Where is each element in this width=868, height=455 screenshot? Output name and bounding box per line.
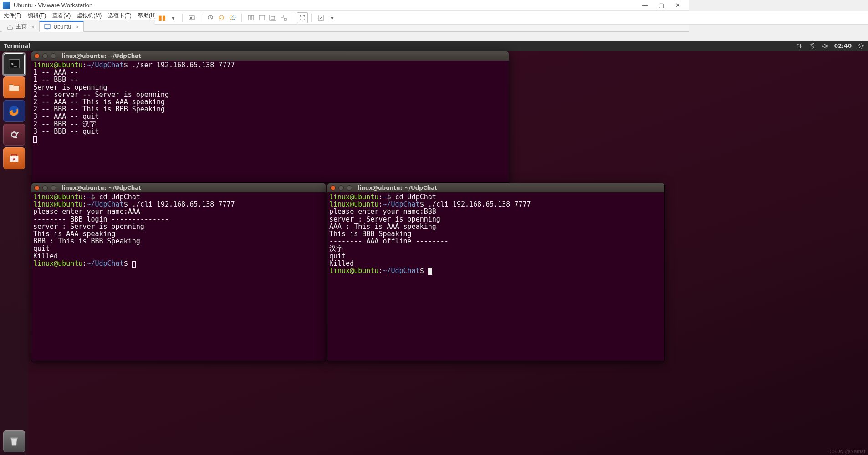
maximize-button[interactable]: ▢ bbox=[653, 0, 669, 11]
unity-launcher: A >_ bbox=[0, 51, 28, 364]
svg-text:A: A bbox=[13, 157, 16, 162]
terminal-server[interactable]: linux@ubuntu: ~/UdpChat linux@ubuntu:~/U… bbox=[31, 51, 509, 183]
terminal-icon[interactable]: >_ bbox=[3, 53, 25, 75]
revert-snapshot-button[interactable] bbox=[216, 12, 227, 23]
terminal-titlebar[interactable]: linux@ubuntu: ~/UdpChat bbox=[327, 183, 664, 192]
snapshot-button[interactable] bbox=[205, 12, 216, 23]
svg-rect-8 bbox=[259, 15, 265, 20]
window-close-icon[interactable] bbox=[330, 185, 336, 191]
close-button[interactable]: ✕ bbox=[669, 0, 686, 11]
svg-rect-15 bbox=[47, 29, 49, 29]
cursor bbox=[428, 268, 432, 275]
minimize-button[interactable]: — bbox=[637, 0, 653, 11]
svg-rect-14 bbox=[45, 25, 50, 29]
files-icon[interactable] bbox=[3, 76, 25, 98]
view-console-button[interactable] bbox=[256, 12, 267, 23]
terminal-title: linux@ubuntu: ~/UdpChat bbox=[61, 185, 141, 191]
view-unity-button[interactable] bbox=[278, 12, 289, 23]
active-app-label[interactable]: Terminal bbox=[4, 43, 30, 49]
firefox-icon[interactable] bbox=[3, 100, 25, 122]
window-minimize-icon[interactable] bbox=[42, 53, 48, 59]
terminal-title: linux@ubuntu: ~/UdpChat bbox=[61, 53, 141, 59]
terminal-output[interactable]: linux@ubuntu:~$ cd UdpChat linux@ubuntu:… bbox=[31, 192, 326, 361]
tab-home[interactable]: 主页 × bbox=[2, 21, 39, 32]
monitor-icon bbox=[44, 24, 51, 30]
menu-view[interactable]: 查看(V) bbox=[52, 12, 71, 20]
window-close-icon[interactable] bbox=[34, 53, 40, 59]
cursor bbox=[33, 136, 37, 143]
svg-text:>_: >_ bbox=[11, 61, 17, 67]
svg-rect-11 bbox=[281, 15, 283, 17]
window-title: Ubuntu - VMware Workstation bbox=[14, 2, 92, 9]
software-icon[interactable]: A bbox=[3, 147, 25, 169]
svg-rect-9 bbox=[270, 15, 276, 20]
svg-rect-12 bbox=[284, 18, 286, 20]
view-fullscreen-button[interactable] bbox=[267, 12, 278, 23]
settings-icon[interactable] bbox=[3, 124, 25, 146]
vm-display[interactable]: Terminal 02:40 A >_ linux@ubuntu: ~/UdpC… bbox=[0, 41, 689, 364]
cursor bbox=[132, 261, 136, 268]
menu-help[interactable]: 帮助(H) bbox=[138, 12, 157, 20]
terminal-titlebar[interactable]: linux@ubuntu: ~/UdpChat bbox=[31, 51, 509, 61]
host-toolbar: ▮▮ ▾ ▾ bbox=[155, 11, 689, 25]
ubuntu-top-panel: Terminal 02:40 bbox=[0, 41, 689, 51]
close-icon[interactable]: × bbox=[76, 24, 78, 30]
terminal-output[interactable]: linux@ubuntu:~$ cd UdpChat linux@ubuntu:… bbox=[327, 192, 664, 361]
svg-point-3 bbox=[219, 15, 224, 20]
window-maximize-icon[interactable] bbox=[347, 185, 352, 191]
manage-snapshots-button[interactable] bbox=[227, 12, 238, 23]
menu-file[interactable]: 文件(F) bbox=[4, 12, 21, 20]
view-single-button[interactable] bbox=[245, 12, 256, 23]
svg-rect-10 bbox=[271, 16, 275, 19]
toolbar-dropdown-icon[interactable]: ▾ bbox=[168, 12, 179, 23]
stretch-guest-button[interactable] bbox=[316, 12, 327, 23]
home-icon bbox=[7, 24, 13, 30]
svg-point-5 bbox=[232, 16, 235, 20]
terminal-client-a[interactable]: linux@ubuntu: ~/UdpChat linux@ubuntu:~$ … bbox=[31, 183, 326, 361]
tab-ubuntu[interactable]: Ubuntu × bbox=[39, 21, 83, 32]
tab-label: 主页 bbox=[16, 23, 27, 30]
svg-rect-7 bbox=[251, 15, 254, 20]
menu-tabs[interactable]: 选项卡(T) bbox=[108, 12, 131, 20]
window-close-icon[interactable] bbox=[34, 185, 40, 191]
suspend-button[interactable]: ▮▮ bbox=[157, 12, 168, 23]
menu-vm[interactable]: 虚拟机(M) bbox=[77, 12, 102, 20]
send-ctrl-alt-del-button[interactable] bbox=[186, 12, 197, 23]
vmware-icon bbox=[3, 2, 10, 9]
window-maximize-icon[interactable] bbox=[51, 185, 56, 191]
terminal-title: linux@ubuntu: ~/UdpChat bbox=[357, 185, 437, 191]
enter-fullscreen-button[interactable] bbox=[297, 12, 308, 23]
window-minimize-icon[interactable] bbox=[42, 185, 48, 191]
close-icon[interactable]: × bbox=[31, 24, 34, 30]
stretch-dropdown-icon[interactable]: ▾ bbox=[327, 12, 337, 23]
terminal-output[interactable]: linux@ubuntu:~/UdpChat$ ./ser 192.168.65… bbox=[31, 61, 509, 182]
terminal-client-b[interactable]: linux@ubuntu: ~/UdpChat linux@ubuntu:~$ … bbox=[327, 183, 665, 361]
tab-label: Ubuntu bbox=[53, 24, 71, 30]
svg-rect-1 bbox=[190, 17, 192, 19]
terminal-titlebar[interactable]: linux@ubuntu: ~/UdpChat bbox=[31, 183, 326, 192]
svg-rect-6 bbox=[248, 15, 250, 20]
window-maximize-icon[interactable] bbox=[51, 53, 56, 59]
host-titlebar: Ubuntu - VMware Workstation — ▢ ✕ bbox=[0, 0, 689, 11]
menu-edit[interactable]: 编辑(E) bbox=[28, 12, 46, 20]
window-minimize-icon[interactable] bbox=[338, 185, 344, 191]
